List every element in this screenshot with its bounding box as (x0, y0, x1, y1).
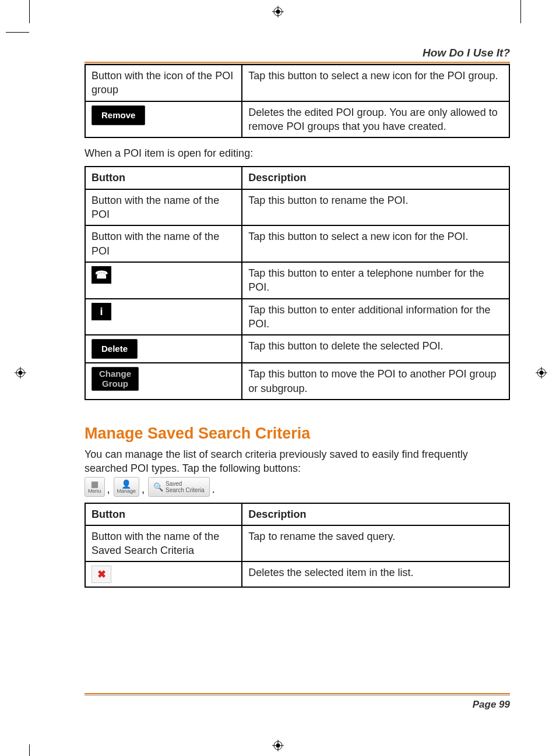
description-cell: Tap this button to enter additional info… (242, 299, 509, 335)
description-cell: Tap to rename the saved query. (242, 525, 509, 562)
search-icon: 🔍 (153, 483, 163, 491)
description-cell: Tap this button to delete the selected P… (242, 335, 509, 363)
description-cell: Tap this button to select a new icon for… (242, 225, 509, 262)
separator: . (212, 483, 215, 496)
phone-icon[interactable]: ☎ (92, 266, 111, 284)
separator: , (142, 483, 145, 496)
crop-mark (6, 32, 29, 33)
saved-search-criteria-button[interactable]: 🔍 Saved Search Criteria (148, 477, 210, 497)
divider (85, 693, 510, 694)
manage-button[interactable]: 👤 Manage (114, 477, 140, 497)
button-cell: Delete (85, 335, 242, 363)
poi-group-table: Button with the icon of the POI group Ta… (85, 64, 510, 138)
manage-icon: 👤 (121, 480, 131, 488)
separator: , (107, 483, 110, 496)
description-cell: Tap this button to move the POI to anoth… (242, 363, 509, 400)
description-cell: Deletes the edited POI group. You are on… (242, 101, 509, 138)
delete-button[interactable]: Delete (92, 339, 138, 359)
button-cell: Button with the icon of the POI group (85, 65, 242, 101)
inline-button-sequence: ▦ Menu , 👤 Manage , 🔍 Saved Search Crite… (85, 477, 510, 497)
button-cell: Change Group (85, 363, 242, 400)
poi-item-table: Button Description Button with the name … (85, 166, 510, 400)
description-cell: Deletes the selected item in the list. (242, 561, 509, 587)
menu-icon: ▦ (91, 480, 98, 488)
page-content: How Do I Use It? Button with the icon of… (85, 47, 510, 711)
button-cell: ✖ (85, 561, 242, 587)
paragraph: When a POI item is open for editing: (85, 146, 510, 160)
saved-search-table: Button Description Button with the name … (85, 503, 510, 588)
table-row: Button with the name of the Saved Search… (85, 525, 509, 562)
table-row: Button with the icon of the POI group Ta… (85, 65, 509, 101)
delete-x-icon[interactable]: ✖ (92, 566, 111, 583)
page-header: How Do I Use It? (85, 47, 510, 62)
description-cell: Tap this button to select a new icon for… (242, 65, 509, 101)
divider (85, 62, 510, 63)
registration-mark (15, 367, 26, 379)
section-paragraph: You can manage the list of search criter… (85, 447, 510, 476)
table-row: i Tap this button to enter additional in… (85, 299, 509, 335)
change-group-button[interactable]: Change Group (92, 367, 139, 391)
crop-mark (29, 744, 30, 756)
column-header: Description (242, 167, 509, 189)
table-row: ✖ Deletes the selected item in the list. (85, 561, 509, 587)
registration-mark (536, 367, 547, 379)
table-row: ☎ Tap this button to enter a telephone n… (85, 262, 509, 299)
column-header: Button (85, 503, 242, 525)
table-row: Change Group Tap this button to move the… (85, 363, 509, 400)
page-footer: Page 99 (85, 687, 510, 711)
table-row: Button with the name of the POI Tap this… (85, 189, 509, 226)
divider (85, 695, 510, 695)
description-cell: Tap this button to rename the POI. (242, 189, 509, 226)
column-header: Button (85, 167, 242, 189)
button-cell: i (85, 299, 242, 335)
button-label: Menu (88, 488, 101, 494)
table-header-row: Button Description (85, 167, 509, 189)
crop-mark (29, 0, 30, 23)
button-cell: Remove (85, 101, 242, 138)
button-cell: Button with the name of the Saved Search… (85, 525, 242, 562)
button-label-line1: Change (99, 369, 131, 379)
button-cell: Button with the name of the POI (85, 189, 242, 226)
info-icon[interactable]: i (92, 303, 111, 320)
table-row: Button with the name of the POI Tap this… (85, 225, 509, 262)
crop-mark (520, 0, 521, 23)
table-row: Delete Tap this button to delete the sel… (85, 335, 509, 363)
remove-button[interactable]: Remove (92, 105, 145, 125)
menu-button[interactable]: ▦ Menu (85, 477, 105, 497)
page-number: Page 99 (85, 699, 510, 711)
button-label-line2: Group (102, 379, 128, 388)
button-cell: ☎ (85, 262, 242, 299)
description-cell: Tap this button to enter a telephone num… (242, 262, 509, 299)
button-cell: Button with the name of the POI (85, 225, 242, 262)
table-header-row: Button Description (85, 503, 509, 525)
registration-mark (272, 740, 284, 751)
button-label: Saved Search Criteria (166, 481, 205, 493)
table-row: Remove Deletes the edited POI group. You… (85, 101, 509, 138)
column-header: Description (242, 503, 509, 525)
registration-mark (272, 6, 284, 17)
section-heading: Manage Saved Search Criteria (85, 425, 510, 443)
button-label: Manage (117, 488, 136, 494)
